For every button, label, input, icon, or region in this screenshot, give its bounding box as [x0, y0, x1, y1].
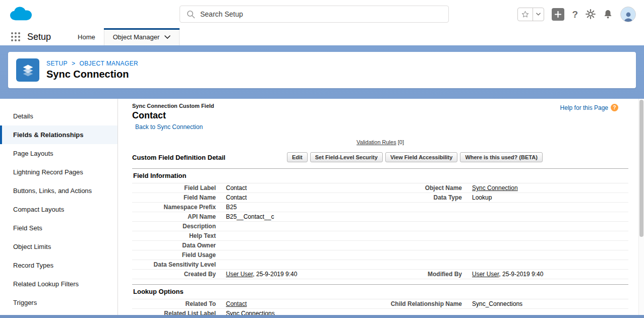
- data-owner-label: Data Owner: [132, 241, 216, 250]
- related-list-label-label: Related List Label: [132, 309, 216, 315]
- modified-by-label: Modified By: [351, 270, 462, 279]
- field-detail-content: Help for this Page ? Sync Connection Cus…: [118, 99, 638, 315]
- help-text-value: [216, 235, 351, 237]
- search-input[interactable]: [180, 6, 449, 23]
- sidebar-item-record-types[interactable]: Record Types: [0, 256, 118, 275]
- sidebar-item-compact-layouts[interactable]: Compact Layouts: [0, 200, 118, 219]
- data-type-label: Data Type: [351, 193, 462, 202]
- sidebar-item-triggers[interactable]: Triggers: [0, 293, 118, 312]
- favorites-dropdown-icon[interactable]: [533, 8, 544, 21]
- vertical-scrollbar: [638, 99, 644, 315]
- help-text-label: Help Text: [132, 231, 216, 240]
- lookup-options-section: Lookup Options Related To Contact Child …: [132, 284, 628, 315]
- object-name-link[interactable]: Sync Connection: [472, 184, 518, 192]
- validation-rules-count: [0]: [398, 139, 404, 145]
- lookup-options-title: Lookup Options: [132, 285, 628, 299]
- sidebar-item-details[interactable]: Details: [0, 107, 118, 125]
- field-row-namespace-prefix: Namespace Prefix B25: [132, 203, 628, 212]
- field-usage-label: Field Usage: [132, 250, 216, 260]
- modified-by-user-link[interactable]: User User: [472, 271, 499, 278]
- sidebar-item-page-layouts[interactable]: Page Layouts: [0, 144, 118, 163]
- data-owner-value: [216, 244, 351, 246]
- description-label: Description: [132, 222, 216, 231]
- field-row-data-owner: Data Owner: [132, 241, 628, 250]
- favorite-star-icon[interactable]: [518, 8, 533, 21]
- sidebar-item-object-limits[interactable]: Object Limits: [0, 237, 118, 256]
- setup-background-band: SETUP > OBJECT MANAGER Sync Connection D…: [0, 45, 644, 318]
- sidebar-item-field-sets[interactable]: Field Sets: [0, 219, 118, 237]
- notifications-bell-icon[interactable]: [603, 9, 613, 19]
- scrollbar-thumb[interactable]: [639, 100, 643, 237]
- breadcrumb-separator: >: [72, 60, 75, 67]
- salesforce-logo-icon: [7, 5, 35, 24]
- data-sensitivity-level-value: [216, 264, 351, 266]
- content-panel: Details Fields & Relationships Page Layo…: [0, 99, 644, 315]
- global-actions-icon[interactable]: [552, 8, 564, 21]
- help-badge-icon[interactable]: ?: [611, 104, 618, 111]
- field-row-description: Description: [132, 222, 628, 231]
- favorites-control: [517, 8, 544, 21]
- child-relationship-name-label: Child Relationship Name: [351, 299, 462, 308]
- tab-object-manager[interactable]: Object Manager: [104, 28, 180, 45]
- tab-home-label: Home: [78, 33, 95, 41]
- sidebar-item-lightning-record-pages[interactable]: Lightning Record Pages: [0, 163, 118, 181]
- field-row-help-text: Help Text: [132, 231, 628, 241]
- where-is-this-used-button[interactable]: Where is this used? (BETA): [460, 152, 542, 162]
- related-list-label-value: Sync Connections: [216, 309, 351, 315]
- detail-section-title: Custom Field Definition Detail: [132, 154, 287, 161]
- back-link[interactable]: Back to Sync Connection: [135, 123, 203, 131]
- api-name-label: API Name: [132, 212, 216, 221]
- field-row-field-name: Field Name Contact Data Type Lookup: [132, 193, 628, 203]
- help-icon[interactable]: ?: [572, 10, 578, 19]
- related-to-label: Related To: [132, 299, 216, 308]
- search-icon: [187, 10, 195, 19]
- user-avatar-icon: [622, 11, 634, 22]
- sidebar-item-fields-relationships[interactable]: Fields & Relationships: [0, 125, 118, 144]
- data-sensitivity-level-label: Data Sensitivity Level: [132, 260, 216, 269]
- global-header: ?: [0, 0, 644, 28]
- help-for-page-link[interactable]: Help for this Page: [560, 104, 608, 111]
- field-title: Contact: [132, 110, 628, 121]
- header-actions: ?: [517, 0, 636, 28]
- field-row-field-usage: Field Usage: [132, 250, 628, 260]
- field-row-api-name: API Name B25__Contact__c: [132, 212, 628, 222]
- breadcrumb-object-manager-link[interactable]: OBJECT MANAGER: [79, 60, 138, 67]
- field-information-section: Field Information Field Label Contact Ob…: [132, 168, 628, 279]
- modified-by-date: , 25-9-2019 9:40: [499, 271, 543, 278]
- global-search: [180, 6, 449, 23]
- field-label-label: Field Label: [132, 183, 216, 193]
- setup-gear-icon[interactable]: [586, 9, 596, 19]
- validation-rules-link[interactable]: Validation Rules: [357, 139, 396, 145]
- tab-home[interactable]: Home: [69, 28, 104, 45]
- field-label-value: Contact: [216, 183, 351, 193]
- object-manager-icon: [16, 58, 39, 82]
- user-avatar[interactable]: [620, 7, 636, 22]
- help-for-page: Help for this Page ?: [560, 104, 618, 111]
- field-row-data-sensitivity-level: Data Sensitivity Level: [132, 260, 628, 270]
- chevron-down-icon: [164, 35, 170, 39]
- api-name-value: B25__Contact__c: [216, 212, 351, 221]
- object-header-text: SETUP > OBJECT MANAGER Sync Connection: [46, 60, 138, 80]
- created-by-label: Created By: [132, 270, 216, 279]
- namespace-prefix-value: B25: [216, 203, 351, 212]
- app-name: Setup: [27, 32, 51, 42]
- namespace-prefix-label: Namespace Prefix: [132, 203, 216, 212]
- related-to-link[interactable]: Contact: [226, 300, 247, 307]
- field-name-value: Contact: [216, 193, 351, 202]
- app-launcher-icon[interactable]: [11, 32, 20, 41]
- description-value: [216, 225, 351, 227]
- created-by-user-link[interactable]: User User: [226, 271, 253, 278]
- child-relationship-name-value: Sync_Connections: [462, 299, 628, 308]
- sidebar-item-buttons-links-actions[interactable]: Buttons, Links, and Actions: [0, 181, 118, 200]
- breadcrumb-setup-link[interactable]: SETUP: [46, 60, 68, 67]
- sidebar-item-related-lookup-filters[interactable]: Related Lookup Filters: [0, 275, 118, 293]
- field-name-label: Field Name: [132, 193, 216, 202]
- edit-button[interactable]: Edit: [287, 152, 308, 162]
- created-by-date: , 25-9-2019 9:40: [253, 271, 297, 278]
- field-eyebrow: Sync Connection Custom Field: [132, 103, 628, 109]
- object-header-card: SETUP > OBJECT MANAGER Sync Connection: [8, 52, 636, 88]
- set-field-level-security-button[interactable]: Set Field-Level Security: [310, 152, 383, 162]
- view-field-accessibility-button[interactable]: View Field Accessibility: [385, 152, 458, 162]
- object-name-label: Object Name: [351, 183, 462, 193]
- quick-links: Validation Rules [0]: [132, 139, 628, 145]
